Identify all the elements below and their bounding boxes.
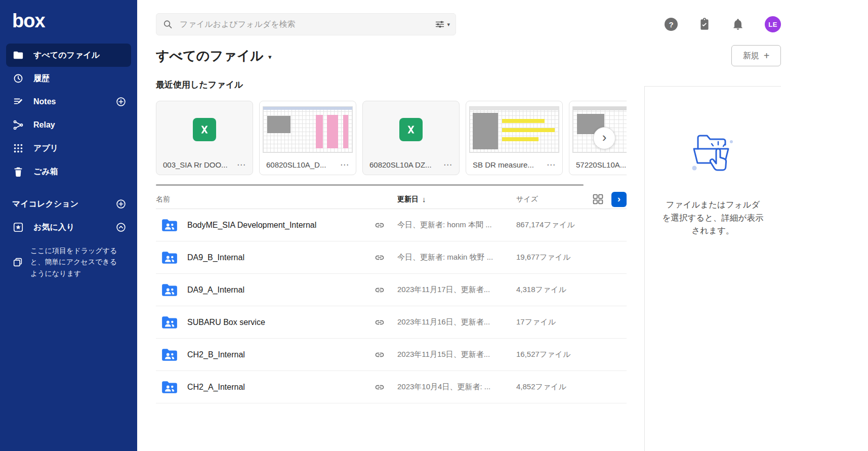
file-browser: 最近使用したファイル 003_SIA Rr DOO... ⋯ [156,67,627,451]
favorites-star-icon [12,221,24,233]
recent-file-card[interactable]: 60820SL10A_D... ⋯ [259,101,356,175]
more-options-button[interactable]: ⋯ [544,160,558,169]
sidebar-item-relay[interactable]: Relay [0,113,137,137]
more-options-button[interactable]: ⋯ [234,160,249,169]
column-header-updated[interactable]: 更新日 ↓ [395,195,514,204]
search-input[interactable] [156,13,456,35]
new-button-label: 新規 [743,51,759,61]
relay-workflow-icon [12,119,24,131]
updated-cell: 今日、更新者: makin 牧野 ... [395,253,514,262]
recent-file-card[interactable]: 60820SL10A DZ... ⋯ [362,101,460,175]
table-row[interactable]: DA9_B_Internal 今日、更新者: makin 牧野 ... 19,6… [156,241,627,274]
recent-file-card[interactable]: 003_SIA Rr DOO... ⋯ [156,101,253,175]
clock-icon [12,72,24,85]
question-icon: ? [669,20,673,29]
sidebar-item-history[interactable]: 履歴 [0,67,137,90]
file-thumbnail [466,101,562,154]
column-header-size[interactable]: サイズ [514,195,590,204]
details-panel-toggle-button[interactable]: › [611,192,627,207]
excel-file-icon [399,118,423,141]
table-row[interactable]: CH2_B_Internal 2023年11月15日、更新者... 16,527… [156,339,627,371]
updated-cell: 2023年11月15日、更新者... [395,350,514,359]
shared-link-icon [375,285,395,295]
sidebar-item-label: すべてのファイル [33,50,127,61]
help-button[interactable]: ? [665,18,678,31]
sidebar-item-notes[interactable]: Notes [0,90,137,113]
table-row[interactable]: SUBARU Box service 2023年11月16日、更新者... 17… [156,306,627,339]
table-row[interactable]: DA9_A_Internal 2023年11月17日、更新者... 4,318フ… [156,274,627,306]
tasks-button[interactable] [698,18,711,31]
sidebar-item-apps[interactable]: アプリ [0,137,137,160]
column-header-name[interactable]: 名前 [156,195,395,204]
sidebar-nav: すべてのファイル 履歴 Notes Relay [0,44,137,279]
filter-sliders-icon [435,20,444,28]
trash-icon [12,166,24,178]
main-area: ▾ ? LE すべてのファイル ▾ 新規 + 最近使用したファイル [137,0,868,451]
more-options-button[interactable]: ⋯ [338,160,352,169]
topbar-actions: ? LE [665,16,781,32]
size-cell: 4,318ファイル [514,285,590,295]
chevron-right-icon: › [617,194,621,203]
add-collection-button[interactable] [115,198,127,210]
sidebar-item-all-files[interactable]: すべてのファイル [6,44,131,67]
sidebar-item-favorites[interactable]: お気に入り [0,216,137,239]
shared-link-icon [375,220,395,230]
sidebar-item-label: 履歴 [33,73,127,84]
sidebar-item-trash[interactable]: ごみ箱 [0,160,137,183]
shared-folder-icon [161,250,178,265]
column-header-updated-label: 更新日 [397,195,419,204]
table-row[interactable]: BodyME_SIA Development_Internal 今日、更新者: … [156,209,627,241]
page-title: すべてのファイル [156,47,264,65]
select-file-illustration [687,130,739,178]
updated-cell: 2023年11月17日、更新者... [395,285,514,295]
carousel-next-button[interactable]: › [593,127,615,149]
file-thumbnail [156,101,253,154]
content-body: 最近使用したファイル 003_SIA Rr DOO... ⋯ [137,67,868,451]
shared-link-icon [375,317,395,327]
file-thumbnail [363,101,459,154]
file-name: 003_SIA Rr DOO... [163,160,232,169]
file-name: 57220SL10A... [576,160,627,169]
more-options-button[interactable]: ⋯ [441,160,455,169]
sidebar-item-label: ごみ箱 [33,167,127,177]
grid-view-button[interactable] [593,194,603,204]
plus-icon: + [764,51,770,61]
file-list: BodyME_SIA Development_Internal 今日、更新者: … [156,209,627,403]
table-row[interactable]: CH2_A_Internal 2023年10月4日、更新者: ... 4,852… [156,371,627,403]
updated-cell: 2023年11月16日、更新者... [395,317,514,327]
file-name: 60820SL10A DZ... [369,160,439,169]
excel-file-icon [193,118,216,141]
view-controls: › [590,192,627,207]
folder-name-link[interactable]: CH2_A_Internal [187,383,375,392]
shared-folder-icon [161,347,178,362]
page-title-dropdown[interactable]: すべてのファイル ▾ [156,47,271,65]
bell-icon [731,18,745,31]
new-button[interactable]: 新規 + [731,45,781,66]
shared-folder-icon [161,218,178,233]
favorites-drag-hint: ここに項目をドラッグすると、簡単にアクセスできるようになります [0,239,137,279]
account-avatar[interactable]: LE [765,16,781,32]
sidebar-collections-header[interactable]: マイコレクション [0,192,137,216]
carousel-scrollbar[interactable] [156,184,584,186]
notifications-button[interactable] [731,18,745,31]
file-thumbnail [260,101,356,154]
shared-link-icon [375,350,395,360]
sidebar-item-label: Relay [33,120,127,130]
file-name: 60820SL10A_D... [266,160,336,169]
grid-view-icon [593,194,603,204]
search-filter-button[interactable]: ▾ [435,20,450,28]
sidebar: box すべてのファイル 履歴 Notes [0,0,137,451]
recent-files-carousel: 003_SIA Rr DOO... ⋯ 60820SL10A_D... ⋯ [156,101,627,176]
recent-file-card[interactable]: SB DR measure... ⋯ [466,101,563,175]
folder-name-link[interactable]: SUBARU Box service [187,318,375,327]
chevron-right-icon: › [602,131,607,144]
folder-name-link[interactable]: DA9_A_Internal [187,285,375,295]
shared-folder-icon [161,282,178,298]
folder-name-link[interactable]: DA9_B_Internal [187,253,375,262]
collapse-favorites-button[interactable] [115,221,127,233]
updated-cell: 2023年10月4日、更新者: ... [395,382,514,392]
add-note-button[interactable] [115,96,127,108]
folder-name-link[interactable]: BodyME_SIA Development_Internal [187,221,375,230]
folder-name-link[interactable]: CH2_B_Internal [187,350,375,359]
details-empty-message: ファイルまたはフォルダを選択すると、詳細が表示されます。 [663,198,764,237]
